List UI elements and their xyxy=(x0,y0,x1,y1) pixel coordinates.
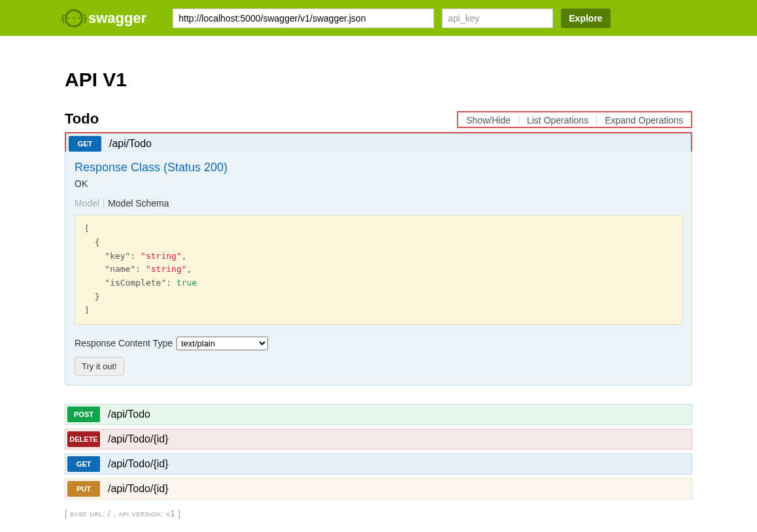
method-badge-post: POST xyxy=(67,407,100,422)
method-badge-put: PUT xyxy=(67,481,100,497)
section-actions: Show/Hide List Operations Expand Operati… xyxy=(457,111,692,128)
operation-path: /api/Todo xyxy=(108,408,150,420)
operation-path: /api/Todo/{id} xyxy=(108,433,169,445)
method-badge-delete: DELETE xyxy=(67,431,100,447)
model-schema-json[interactable]: [ { "key": "string", "name": "string", "… xyxy=(75,215,682,325)
show-hide-link[interactable]: Show/Hide xyxy=(463,115,519,125)
tab-model-schema[interactable]: Model Schema xyxy=(108,198,169,208)
topbar: {···} swagger Explore xyxy=(0,0,757,36)
operation-row[interactable]: PUT/api/Todo/{id} xyxy=(65,478,692,499)
operation-details: Response Class (Status 200) OK ModelMode… xyxy=(65,152,692,386)
method-badge-get: GET xyxy=(69,136,101,152)
try-it-out-button[interactable]: Try it out! xyxy=(75,357,124,376)
footer-meta: [ base url: / , api version: v1 ] xyxy=(65,508,692,518)
model-tabs: ModelModel Schema xyxy=(75,198,682,208)
swagger-logo-icon: {···} xyxy=(65,9,83,27)
response-class-heading: Response Class (Status 200) xyxy=(75,161,682,175)
tab-model[interactable]: Model xyxy=(75,198,104,208)
operation-row[interactable]: DELETE/api/Todo/{id} xyxy=(65,429,692,450)
section-title[interactable]: Todo xyxy=(65,110,99,127)
operation-row[interactable]: GET/api/Todo/{id} xyxy=(65,454,692,474)
swagger-logo[interactable]: {···} swagger xyxy=(65,9,146,27)
page-title: API V1 xyxy=(65,69,692,91)
response-content-type-label: Response Content Type xyxy=(75,338,173,348)
main-container: API V1 Todo Show/Hide List Operations Ex… xyxy=(65,36,692,518)
list-operations-link[interactable]: List Operations xyxy=(519,115,597,125)
spec-url-input[interactable] xyxy=(173,8,434,28)
explore-button[interactable]: Explore xyxy=(561,8,610,28)
response-content-type-select[interactable]: text/plain xyxy=(177,337,268,350)
operation-path: /api/Todo/{id} xyxy=(108,483,169,495)
section-header: Todo Show/Hide List Operations Expand Op… xyxy=(65,110,692,128)
method-badge-get: GET xyxy=(67,456,100,472)
operation-row[interactable]: POST/api/Todo xyxy=(65,404,692,425)
operation-path: /api/Todo xyxy=(109,138,152,150)
swagger-logo-text: swagger xyxy=(88,10,146,27)
response-status-text: OK xyxy=(75,178,682,189)
operation-path: /api/Todo/{id} xyxy=(108,458,169,470)
expand-operations-link[interactable]: Expand Operations xyxy=(597,115,686,125)
api-key-input[interactable] xyxy=(442,8,553,28)
